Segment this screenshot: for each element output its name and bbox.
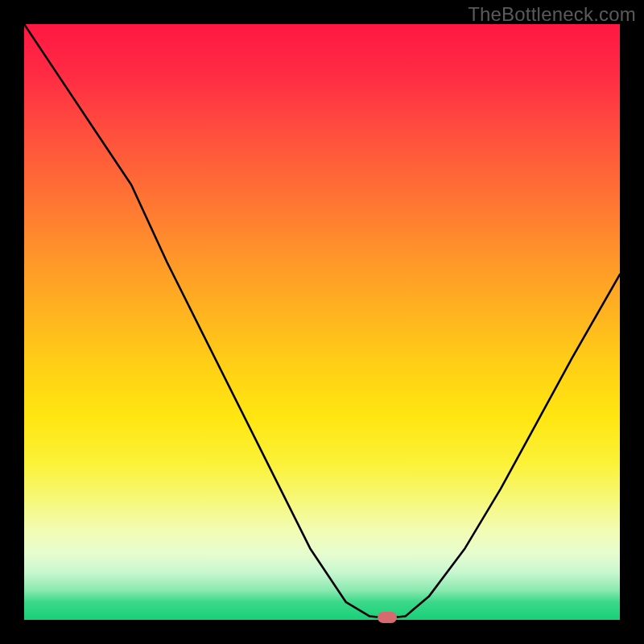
- optimal-marker: [378, 612, 397, 623]
- chart-frame: TheBottleneck.com: [0, 0, 644, 644]
- bottleneck-curve: [24, 24, 620, 620]
- watermark-text: TheBottleneck.com: [468, 3, 636, 26]
- curve-path: [24, 24, 620, 617]
- plot-area: [24, 24, 620, 620]
